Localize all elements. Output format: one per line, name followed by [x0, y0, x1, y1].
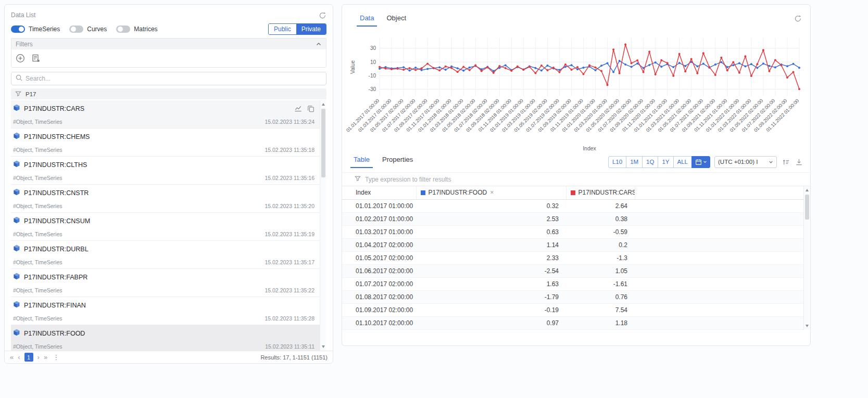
scroll-down-button[interactable] [322, 345, 325, 348]
tab-table[interactable]: Table [347, 156, 376, 168]
list-item[interactable]: P17INDUSTR:DURBL#Object, TimeSeries15.02… [11, 241, 320, 269]
table-row[interactable]: 01.10.2017 02:00:000.971.18 [342, 316, 803, 329]
detail-tabs: Data Object [342, 5, 810, 27]
cell-index: 01.10.2017 02:00:00 [342, 316, 416, 329]
table-row[interactable]: 01.04.2017 02:00:001.140.2 [342, 238, 803, 251]
list-scrollbar[interactable] [320, 100, 326, 351]
range-button-1y[interactable]: 1Y [658, 156, 673, 168]
first-page-button[interactable]: « [10, 354, 14, 361]
add-filter-button[interactable] [16, 54, 25, 63]
cell-value: -1.3 [566, 251, 635, 264]
range-button-1m[interactable]: 1M [626, 156, 643, 168]
tab-object[interactable]: Object [380, 14, 412, 27]
table-row[interactable]: 01.03.2017 01:00:000.63-0.59 [342, 225, 803, 238]
chart-controls: L101M1Q1YALL (UTC +01:00) I [608, 156, 803, 168]
list-item[interactable]: P17INDUSTR:CARS#Object, TimeSeries15.02.… [11, 100, 320, 129]
timeseries-cube-icon [13, 329, 20, 338]
current-page-button[interactable]: 1 [24, 353, 33, 362]
column-header-index[interactable]: Index [342, 186, 416, 199]
filter-icon [355, 175, 361, 183]
cell-value: 0.32 [416, 199, 566, 212]
tab-data[interactable]: Data [354, 14, 380, 27]
copy-icon[interactable] [307, 105, 315, 112]
list-item[interactable]: P17INDUSTR:FOOD#Object, TimeSeries15.02.… [11, 325, 320, 351]
table-row[interactable]: 01.05.2017 02:00:002.33-1.3 [342, 251, 803, 264]
cell-index: 01.07.2017 02:00:00 [342, 277, 416, 290]
list-item[interactable]: P17INDUSTR:CNSTR#Object, TimeSeries15.02… [11, 185, 320, 213]
list-item[interactable]: P17INDUSTR:CNSUM#Object, TimeSeries15.02… [11, 213, 320, 241]
dataset-timestamp: 15.02.2023 11:35:16 [265, 175, 315, 181]
dataset-meta: #Object, TimeSeries [13, 315, 62, 322]
column-header-series[interactable]: P17INDUSTR:CARS× [566, 186, 635, 199]
cell-value: 0.38 [566, 212, 635, 225]
list-item[interactable]: P17INDUSTR:FINAN#Object, TimeSeries15.02… [11, 297, 320, 325]
sort-icon[interactable] [782, 158, 790, 166]
toggle-timeseries[interactable]: TimeSeries [11, 25, 60, 33]
column-header-series[interactable]: P17INDUSTR:FOOD× [416, 186, 566, 199]
more-pages-icon[interactable]: ⋮ [53, 353, 59, 361]
scrollbar-thumb[interactable] [805, 195, 809, 220]
cell-value: 2.64 [566, 199, 635, 212]
active-filter-text: P17 [26, 91, 36, 97]
tab-properties[interactable]: Properties [376, 156, 419, 168]
dataset-timestamp: 15.02.2023 11:35:28 [265, 315, 315, 322]
timeseries-chart[interactable]: 3010-10-3001.01.2017 01:00:0001.03.2017 … [347, 31, 810, 155]
preview-chart-icon[interactable] [294, 105, 302, 112]
search-icon [16, 74, 22, 83]
table-row[interactable]: 01.02.2017 01:00:002.530.38 [342, 212, 803, 225]
public-button[interactable]: Public [269, 24, 296, 34]
cell-value: 2.53 [416, 212, 566, 225]
search-input[interactable] [26, 75, 322, 82]
filter-template-button[interactable] [31, 54, 41, 63]
table-row[interactable]: 01.09.2017 02:00:00-0.197.54 [342, 303, 803, 316]
scroll-down-button[interactable] [806, 325, 809, 327]
data-list-panel: Data List TimeSeries Curves Matrices Pub… [4, 4, 333, 364]
visibility-segmented-control: Public Private [268, 23, 326, 35]
table-row[interactable]: 01.01.2017 01:00:000.322.64 [342, 199, 803, 212]
range-button-all[interactable]: ALL [673, 156, 692, 168]
dataset-timestamp: 15.02.2023 11:35:22 [265, 287, 315, 293]
cell-empty [635, 264, 803, 277]
toggle-label: Curves [87, 25, 107, 33]
expression-filter-input[interactable] [365, 176, 810, 183]
toggle-switch [69, 25, 83, 33]
table-row[interactable]: 01.08.2017 02:00:00-1.790.76 [342, 290, 803, 303]
prev-page-button[interactable]: ‹ [18, 354, 20, 361]
download-icon[interactable] [795, 158, 803, 166]
calendar-dropdown-button[interactable] [691, 156, 710, 168]
toggle-curves[interactable]: Curves [69, 25, 107, 33]
list-item[interactable]: P17INDUSTR:FABPR#Object, TimeSeries15.02… [11, 269, 320, 297]
toggle-matrices[interactable]: Matrices [116, 25, 157, 33]
scrollbar-thumb[interactable] [321, 109, 325, 177]
table-scrollbar[interactable] [803, 186, 810, 330]
timeseries-cube-icon [13, 160, 20, 169]
timezone-select[interactable]: (UTC +01:00) I [714, 156, 777, 168]
timeseries-cube-icon [13, 273, 20, 281]
range-button-l10[interactable]: L10 [608, 156, 626, 168]
private-button[interactable]: Private [296, 24, 326, 34]
cell-value: 0.76 [566, 290, 635, 303]
list-item[interactable]: P17INDUSTR:CLTHS#Object, TimeSeries15.02… [11, 157, 320, 185]
table-row[interactable]: 01.07.2017 02:00:001.63-1.61 [342, 277, 803, 290]
dataset-timestamp: 15.02.2023 11:35:20 [265, 203, 315, 209]
results-count: Results: 17, 1-1151 (1151) [260, 354, 328, 361]
cell-value: 1.14 [416, 238, 566, 251]
dataset-meta: #Object, TimeSeries [13, 343, 62, 350]
svg-text:-30: -30 [369, 86, 376, 92]
next-page-button[interactable]: › [37, 354, 40, 361]
refresh-icon[interactable] [794, 15, 802, 22]
scroll-up-button[interactable] [322, 103, 325, 106]
last-page-button[interactable]: » [44, 354, 47, 361]
refresh-icon[interactable] [319, 11, 326, 19]
chevron-up-icon [316, 41, 322, 47]
cell-empty [635, 238, 803, 251]
list-item[interactable]: P17INDUSTR:CHEMS#Object, TimeSeries15.02… [11, 129, 320, 157]
range-button-1q[interactable]: 1Q [642, 156, 658, 168]
active-filter-row[interactable]: P17 [11, 88, 326, 99]
dataset-meta: #Object, TimeSeries [13, 203, 62, 209]
filters-header[interactable]: Filters [11, 38, 326, 49]
table-row[interactable]: 01.06.2017 02:00:00-2.541.05 [342, 264, 803, 277]
close-icon[interactable]: × [490, 189, 494, 196]
series-color-swatch [571, 190, 575, 195]
scroll-up-button[interactable] [806, 189, 809, 191]
